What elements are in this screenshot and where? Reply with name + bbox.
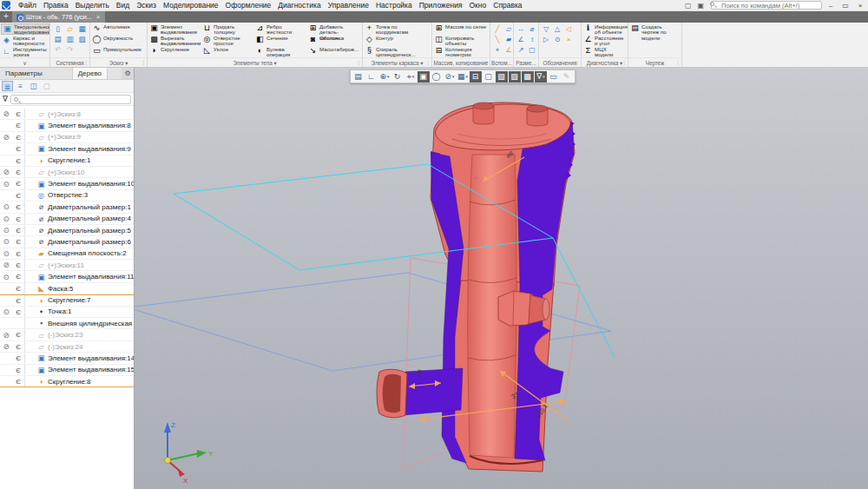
- tree-row[interactable]: ⊙ Є ▣ Элемент выдавливания:10: [0, 178, 134, 189]
- section-exclude-icon[interactable]: Є: [12, 214, 25, 224]
- mode-solid-modeling[interactable]: ▣ Твердотельное моделирование: [1, 23, 49, 35]
- section-exclude-icon[interactable]: Є: [12, 260, 25, 270]
- filter-icon[interactable]: ∇▾: [535, 71, 547, 83]
- aux-tool-icon[interactable]: ▰: [503, 35, 514, 44]
- menu-item[interactable]: Выделить: [72, 1, 113, 10]
- section-exclude-icon[interactable]: Є: [12, 271, 25, 281]
- app-logo-icon[interactable]: [2, 1, 10, 10]
- menu-item[interactable]: Управление: [325, 1, 372, 10]
- dimension-tool-icon[interactable]: ∠: [516, 35, 526, 44]
- ribbon-button[interactable]: ⊞ Добавить деталь-заготов...: [307, 23, 360, 35]
- notation-tool-icon[interactable]: ▽: [541, 24, 551, 34]
- tree-row[interactable]: Є ◗ Скругление:1: [0, 155, 134, 167]
- ribbon-button[interactable]: ⊔ Придать толщину: [201, 23, 254, 35]
- planes-icon[interactable]: ▤: [352, 71, 365, 83]
- tree-row[interactable]: ⊘ Є ▱ (+)Эскиз:8: [0, 109, 134, 120]
- ribbon-button[interactable]: ◙ Оболочка: [307, 35, 360, 46]
- visibility-eye-icon[interactable]: ⊙: [0, 237, 12, 246]
- section-exclude-icon[interactable]: Є: [12, 143, 25, 154]
- wireframe-icon[interactable]: ◯: [431, 71, 443, 83]
- tree-row[interactable]: Є ◣ Фаска:5: [0, 283, 134, 294]
- menu-item[interactable]: Справка: [490, 1, 525, 10]
- ribbon-button[interactable]: ◧ Сечение: [254, 35, 307, 46]
- shaded-view-icon[interactable]: ▣: [418, 71, 430, 83]
- tree-row[interactable]: ⊘ Є ▱ (+)Эскиз:11: [0, 260, 134, 271]
- section-exclude-icon[interactable]: Є: [12, 376, 25, 387]
- print-icon[interactable]: ▤: [52, 35, 63, 44]
- save-as-icon[interactable]: ▧: [76, 35, 88, 44]
- tree-extra-icon[interactable]: ▢: [41, 81, 52, 91]
- save-icon[interactable]: ▦: [76, 24, 88, 34]
- tree-row[interactable]: Є ◗ Скругление:8: [0, 376, 134, 387]
- visibility-eye-icon[interactable]: ⊙: [0, 226, 12, 235]
- modes-footer[interactable]: ∨: [23, 60, 27, 66]
- notation-tool-icon[interactable]: ▷: [541, 35, 551, 44]
- ribbon-button[interactable]: ⊟ Коллекция геометрии: [433, 46, 489, 57]
- menu-item[interactable]: Эскиз: [133, 1, 160, 10]
- ribbon-button[interactable]: ↘ Масштабиров...: [307, 46, 360, 57]
- ribbon-button[interactable]: + Точка по координатам: [364, 23, 431, 35]
- tree-row[interactable]: ⊙ Є ▣ Элемент выдавливания:11: [0, 271, 134, 282]
- tree-row[interactable]: ▪ Внешняя цилиндрическая ступень: [0, 318, 134, 329]
- model-canvas[interactable]: ⌀8 ⌀8 31 ⌀10.1 ∟ Z Y X: [135, 68, 868, 489]
- ribbon-button[interactable]: ▣ Элемент выдавливания: [148, 23, 201, 35]
- section-exclude-icon[interactable]: Є: [12, 341, 25, 352]
- group-expander-icon[interactable]: ⋮: [483, 59, 489, 65]
- group-expander-icon[interactable]: ⋮: [575, 59, 580, 65]
- ribbon-button[interactable]: ⊞ Массив по сетке: [433, 23, 489, 35]
- section-view-icon[interactable]: ⊟: [470, 71, 482, 83]
- section-exclude-icon[interactable]: Є: [12, 329, 25, 340]
- orbit-icon[interactable]: ↻: [391, 71, 404, 83]
- tree-row[interactable]: ⊘ Є ▱ (-)Эскиз:23: [0, 329, 134, 340]
- section-exclude-icon[interactable]: Є: [12, 225, 25, 235]
- aux-tool-icon[interactable]: ╱: [492, 24, 503, 34]
- tree-row[interactable]: ⊙ Є ⌀ Диаметральный размер:1: [0, 202, 134, 213]
- section-exclude-icon[interactable]: Є: [12, 248, 25, 259]
- new-doc-icon[interactable]: ▯: [52, 24, 63, 34]
- tree-row[interactable]: ⊙ Є ⌀ Диаметральный размер:4: [0, 214, 134, 225]
- visibility-eye-icon[interactable]: ⊙: [0, 249, 12, 258]
- notation-tool-icon[interactable]: ◁: [563, 24, 574, 34]
- dropdown-arrow-icon[interactable]: ▾: [466, 74, 469, 79]
- tree-row[interactable]: ⊙ Є ▰ Смещенная плоскость:2: [0, 248, 134, 260]
- menu-item[interactable]: Правка: [40, 1, 72, 10]
- ribbon-button[interactable]: ◯ Окружность: [91, 35, 146, 46]
- layout-icon[interactable]: ▢: [683, 2, 694, 10]
- section-exclude-icon[interactable]: Є: [12, 190, 25, 201]
- visibility-eye-icon[interactable]: ⊘: [0, 133, 12, 142]
- section-exclude-icon[interactable]: [12, 318, 25, 328]
- open-doc-icon[interactable]: ▱: [64, 24, 76, 34]
- tree-row[interactable]: Є ▣ Элемент выдавливания:14: [0, 353, 134, 364]
- notation-tool-icon[interactable]: ⊙: [552, 35, 562, 44]
- section-exclude-icon[interactable]: Є: [12, 365, 25, 375]
- viewport-3d[interactable]: ⌀8 ⌀8 31 ⌀10.1 ∟ Z Y X ▤∟: [135, 68, 868, 489]
- tree-row[interactable]: Є ◗ Скругление:7: [0, 294, 134, 306]
- ribbon-button[interactable]: ⊿ Ребро жесткости: [254, 23, 307, 35]
- tree-row[interactable]: ⊘ Є ▱ (+)Эскиз:9: [0, 132, 134, 143]
- section-exclude-icon[interactable]: Є: [12, 295, 25, 305]
- tree-row[interactable]: Є ▣ Элемент выдавливания:8: [0, 120, 134, 131]
- box-icon[interactable]: ▢: [483, 71, 495, 83]
- group-expander-icon[interactable]: ⋮: [621, 59, 627, 65]
- menu-item[interactable]: Моделирование: [160, 1, 222, 10]
- section-exclude-icon[interactable]: Є: [12, 120, 25, 130]
- dropdown-arrow-icon[interactable]: ▾: [452, 74, 455, 79]
- gear-icon[interactable]: ⚙: [122, 68, 134, 79]
- visibility-eye-icon[interactable]: ⊘: [0, 261, 12, 269]
- ribbon-button[interactable]: ◗ Скругление: [148, 46, 201, 57]
- ribbon-button[interactable]: § Спираль цилиндрическ...: [364, 46, 431, 57]
- dropdown-arrow-icon[interactable]: ▾: [542, 74, 545, 79]
- notation-tool-icon[interactable]: ×: [563, 35, 574, 44]
- ribbon-button[interactable]: ◺ Уклон: [201, 46, 254, 57]
- section-exclude-icon[interactable]: Є: [12, 307, 25, 317]
- section-exclude-icon[interactable]: Є: [12, 283, 25, 294]
- section-exclude-icon[interactable]: Є: [12, 167, 25, 177]
- dimension-tool-icon[interactable]: ▢: [527, 45, 537, 55]
- visibility-eye-icon[interactable]: ⊘: [0, 168, 12, 176]
- tree-row[interactable]: Є ▣ Элемент выдавливания:15: [0, 365, 134, 376]
- section-exclude-icon[interactable]: Є: [12, 132, 25, 142]
- visibility-eye-icon[interactable]: ⊙: [0, 202, 12, 211]
- edit-icon[interactable]: ✎: [561, 71, 573, 83]
- dropdown-arrow-icon[interactable]: ▾: [387, 74, 390, 79]
- section-exclude-icon[interactable]: Є: [12, 353, 25, 363]
